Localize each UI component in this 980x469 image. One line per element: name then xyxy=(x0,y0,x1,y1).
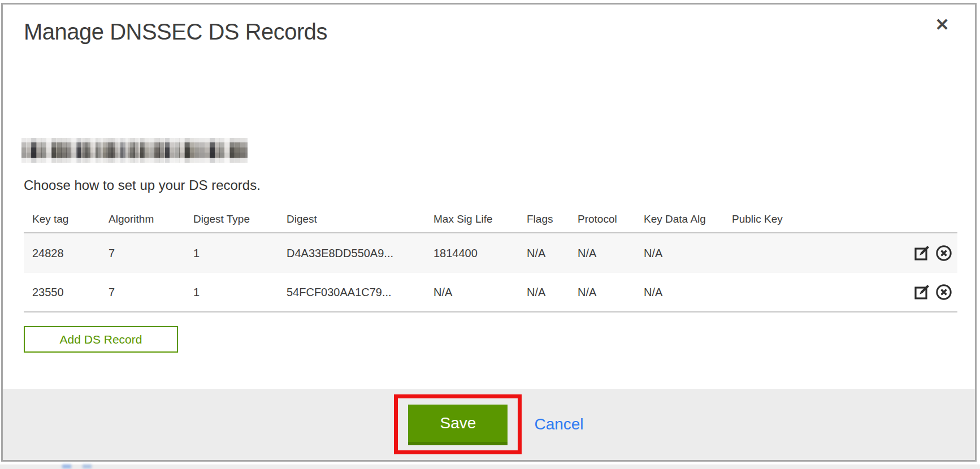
edit-icon xyxy=(913,244,931,262)
cell-digest: D4A33E8DD550A9... xyxy=(287,247,433,260)
table-row: 23550 7 1 54FCF030AA1C79... N/A N/A N/A … xyxy=(24,273,957,312)
cancel-link[interactable]: Cancel xyxy=(534,415,583,433)
background-page-artifact xyxy=(62,464,71,468)
cell-algorithm: 7 xyxy=(109,286,193,299)
cell-key-data-alg: N/A xyxy=(644,286,732,299)
modal-title: Manage DNSSEC DS Records xyxy=(24,18,327,45)
instruction-text: Choose how to set up your DS records. xyxy=(24,176,261,195)
delete-icon xyxy=(935,283,953,301)
edit-record-button[interactable] xyxy=(912,282,933,302)
cell-key-tag: 23550 xyxy=(32,286,109,299)
close-icon: ✕ xyxy=(935,15,949,34)
cell-protocol: N/A xyxy=(578,247,644,260)
delete-record-button[interactable] xyxy=(934,243,954,263)
background-page-strip xyxy=(0,464,980,469)
cell-max-sig-life: N/A xyxy=(433,286,527,299)
cell-key-data-alg: N/A xyxy=(644,247,732,260)
cell-flags: N/A xyxy=(527,247,578,260)
column-header-public-key: Public Key xyxy=(732,213,901,225)
edit-record-button[interactable] xyxy=(912,243,933,263)
column-header-protocol: Protocol xyxy=(578,213,644,225)
cell-digest: 54FCF030AA1C79... xyxy=(287,286,433,299)
cell-digest-type: 1 xyxy=(193,247,287,260)
edit-icon xyxy=(913,283,931,301)
cell-key-tag: 24828 xyxy=(32,247,109,260)
background-page-artifact xyxy=(83,464,92,468)
column-header-digest: Digest xyxy=(287,213,433,225)
cell-max-sig-life: 1814400 xyxy=(433,247,527,260)
table-header-row: Key tag Algorithm Digest Type Digest Max… xyxy=(24,206,957,233)
delete-icon xyxy=(935,244,953,262)
cell-flags: N/A xyxy=(527,286,578,299)
save-button[interactable]: Save xyxy=(408,405,508,445)
column-header-max-sig-life: Max Sig Life xyxy=(433,213,527,225)
dnssec-modal: Manage DNSSEC DS Records ✕ Choose how to… xyxy=(1,3,977,462)
delete-record-button[interactable] xyxy=(934,282,954,302)
close-button[interactable]: ✕ xyxy=(930,12,955,37)
ds-records-table: Key tag Algorithm Digest Type Digest Max… xyxy=(24,206,957,312)
add-ds-record-button[interactable]: Add DS Record xyxy=(24,326,178,353)
column-header-key-tag: Key tag xyxy=(32,213,109,225)
cell-digest-type: 1 xyxy=(193,286,287,299)
column-header-digest-type: Digest Type xyxy=(193,213,287,225)
column-header-flags: Flags xyxy=(527,213,578,225)
table-row: 24828 7 1 D4A33E8DD550A9... 1814400 N/A … xyxy=(24,233,957,273)
redacted-domain-name xyxy=(21,138,248,163)
annotation-highlight: Save xyxy=(394,394,522,454)
cell-protocol: N/A xyxy=(578,286,644,299)
column-header-algorithm: Algorithm xyxy=(109,213,193,225)
modal-footer: Save Cancel xyxy=(3,389,975,460)
cell-algorithm: 7 xyxy=(109,247,193,260)
column-header-key-data-alg: Key Data Alg xyxy=(644,213,732,225)
